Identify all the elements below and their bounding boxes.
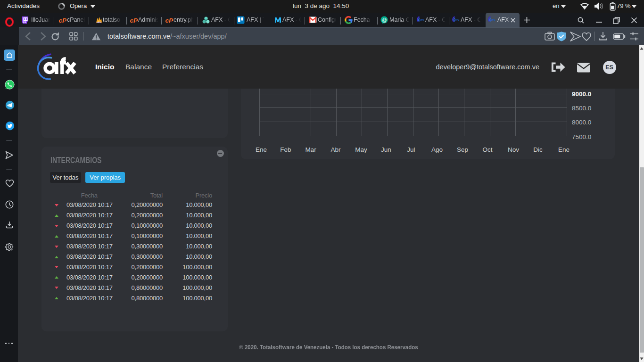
svg-text:PADA: PADA	[97, 22, 101, 24]
svg-text:@: @	[382, 17, 387, 23]
svg-text:cP: cP	[130, 17, 138, 24]
svg-text:afx: afx	[419, 18, 424, 22]
svg-text:cP: cP	[165, 17, 173, 24]
svg-text:afx: afx	[490, 18, 495, 22]
svg-text:cP: cP	[59, 17, 66, 24]
svg-text:afx: afx	[454, 18, 459, 22]
